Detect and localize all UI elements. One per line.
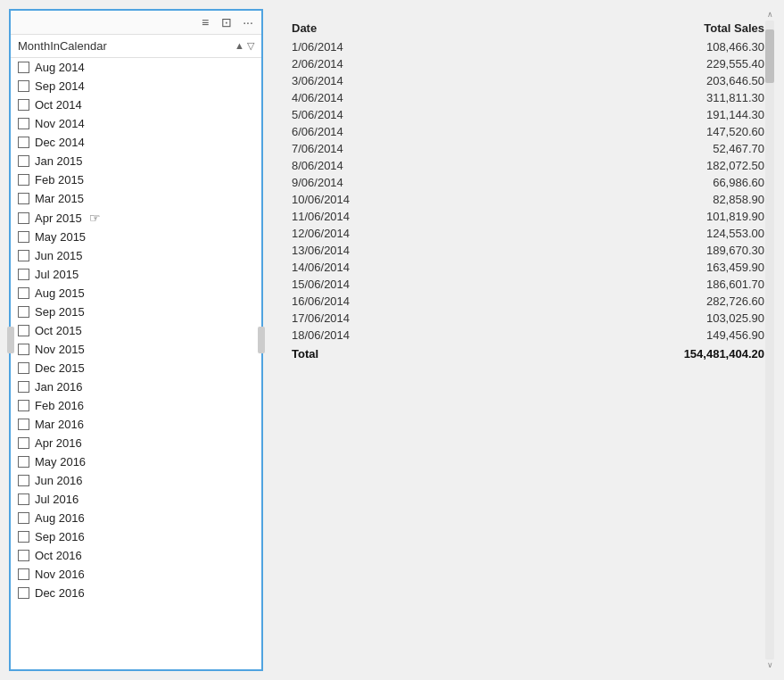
list-item[interactable]: May 2016	[11, 452, 261, 471]
checkbox-sep2016[interactable]	[18, 531, 29, 543]
list-item[interactable]: Dec 2015	[11, 359, 261, 377]
checkbox-apr2015[interactable]	[18, 212, 29, 224]
list-item[interactable]: Aug 2015	[11, 284, 261, 303]
checkbox-feb2016[interactable]	[18, 400, 29, 411]
panel-toolbar: ≡ ⊡ ···	[11, 11, 261, 35]
checkbox-oct2015[interactable]	[18, 325, 29, 336]
table-row: 6/06/2014147,520.60	[281, 123, 775, 140]
checkbox-aug2015[interactable]	[18, 287, 29, 299]
cell-sales: 147,520.60	[498, 123, 775, 140]
checkbox-jan2016[interactable]	[18, 381, 29, 393]
list-item[interactable]: Nov 2016	[11, 565, 261, 584]
item-label-aug2016: Aug 2016	[35, 511, 85, 525]
checkbox-nov2015[interactable]	[18, 344, 29, 355]
cell-sales: 182,072.50	[498, 157, 775, 174]
item-label-aug2015: Aug 2015	[35, 286, 85, 300]
scroll-track[interactable]	[765, 21, 774, 659]
cell-date: 6/06/2014	[281, 123, 498, 140]
col-date: Date	[281, 18, 498, 38]
table-row: 17/06/2014103,025.90	[281, 310, 775, 327]
checkbox-feb2015[interactable]	[18, 174, 29, 186]
checkbox-jul2015[interactable]	[18, 269, 29, 280]
list-item[interactable]: Jan 2016	[11, 377, 261, 396]
checkbox-jun2015[interactable]	[18, 250, 29, 261]
cell-date: 7/06/2014	[281, 140, 498, 157]
list-item[interactable]: May 2015	[11, 228, 261, 246]
list-item[interactable]: Jun 2016	[11, 471, 261, 490]
cell-date: 12/06/2014	[281, 225, 498, 242]
list-item[interactable]: Oct 2015	[11, 321, 261, 340]
checkbox-nov2016[interactable]	[18, 568, 29, 580]
checkbox-oct2014[interactable]	[18, 99, 29, 111]
list-item[interactable]: Jul 2015	[11, 265, 261, 284]
checkbox-oct2016[interactable]	[18, 550, 29, 561]
list-item[interactable]: Nov 2014	[11, 114, 261, 133]
sort-down-icon[interactable]: ▽	[247, 40, 254, 52]
list-item[interactable]: Aug 2016	[11, 509, 261, 527]
list-item[interactable]: Sep 2015	[11, 303, 261, 321]
checkbox-dec2016[interactable]	[18, 587, 29, 599]
scroll-down-arrow[interactable]: ∨	[767, 661, 773, 669]
checkbox-sep2014[interactable]	[18, 80, 29, 92]
checkbox-may2015[interactable]	[18, 231, 29, 243]
list-item[interactable]: Jul 2016	[11, 490, 261, 509]
checkbox-aug2016[interactable]	[18, 512, 29, 524]
checkbox-sep2015[interactable]	[18, 306, 29, 318]
list-item[interactable]: Feb 2015	[11, 170, 261, 189]
list-item[interactable]: Aug 2014	[11, 58, 261, 77]
checkbox-dec2014[interactable]	[18, 137, 29, 148]
checkbox-may2016[interactable]	[18, 456, 29, 468]
cell-sales: 311,811.30	[498, 89, 775, 106]
checkbox-aug2014[interactable]	[18, 62, 29, 73]
scroll-up-arrow[interactable]: ∧	[767, 11, 773, 19]
scroll-bar[interactable]: ∧ ∨	[764, 9, 775, 671]
item-label-oct2014: Oct 2014	[35, 98, 82, 112]
cell-date: 8/06/2014	[281, 157, 498, 174]
scroll-thumb[interactable]	[765, 29, 774, 83]
item-label-dec2016: Dec 2016	[35, 586, 85, 600]
more-icon[interactable]: ···	[240, 14, 256, 30]
item-label-apr2016: Apr 2016	[35, 436, 82, 450]
checkbox-jan2015[interactable]	[18, 155, 29, 167]
resize-handle-right[interactable]	[258, 327, 265, 353]
cell-sales: 203,646.50	[498, 72, 775, 89]
cell-sales: 163,459.90	[498, 259, 775, 276]
left-panel: ≡ ⊡ ··· MonthInCalendar ▲ ▽ Aug 2014Sep …	[9, 9, 263, 671]
item-label-oct2015: Oct 2015	[35, 324, 82, 337]
checkbox-mar2015[interactable]	[18, 193, 29, 204]
checkbox-dec2015[interactable]	[18, 362, 29, 374]
list-item[interactable]: Jun 2015	[11, 246, 261, 265]
list-item[interactable]: Mar 2016	[11, 415, 261, 434]
list-item[interactable]: Nov 2015	[11, 340, 261, 359]
item-label-nov2016: Nov 2016	[35, 568, 85, 581]
list-item[interactable]: Dec 2016	[11, 584, 261, 602]
list-item[interactable]: Oct 2016	[11, 546, 261, 565]
list-item[interactable]: Mar 2015	[11, 189, 261, 208]
cell-sales: 103,025.90	[498, 310, 775, 327]
list-item[interactable]: Dec 2014	[11, 133, 261, 152]
list-item[interactable]: Oct 2014	[11, 95, 261, 114]
expand-icon[interactable]: ⊡	[219, 14, 235, 30]
list-item[interactable]: Sep 2016	[11, 527, 261, 546]
sort-up-icon[interactable]: ▲	[235, 40, 244, 52]
item-label-jul2015: Jul 2015	[35, 268, 78, 281]
panel-header-title: MonthInCalendar	[18, 39, 107, 53]
list-item[interactable]: Apr 2016	[11, 434, 261, 452]
list-item[interactable]: Jan 2015	[11, 152, 261, 170]
list-container[interactable]: Aug 2014Sep 2014Oct 2014Nov 2014Dec 2014…	[11, 58, 261, 669]
table-row: 11/06/2014101,819.90	[281, 208, 775, 225]
list-item[interactable]: Sep 2014	[11, 77, 261, 95]
list-item[interactable]: Apr 2015☞	[11, 208, 261, 228]
checkbox-nov2014[interactable]	[18, 118, 29, 129]
hamburger-icon[interactable]: ≡	[197, 14, 213, 30]
checkbox-mar2016[interactable]	[18, 419, 29, 430]
item-label-dec2015: Dec 2015	[35, 361, 85, 375]
checkbox-jul2016[interactable]	[18, 493, 29, 505]
list-item[interactable]: Feb 2016	[11, 396, 261, 415]
table-row: 3/06/2014203,646.50	[281, 72, 775, 89]
item-label-nov2015: Nov 2015	[35, 343, 85, 356]
resize-handle-left[interactable]	[7, 327, 14, 353]
checkbox-jun2016[interactable]	[18, 475, 29, 486]
checkbox-apr2016[interactable]	[18, 437, 29, 449]
sort-icons: ▲ ▽	[235, 40, 254, 52]
